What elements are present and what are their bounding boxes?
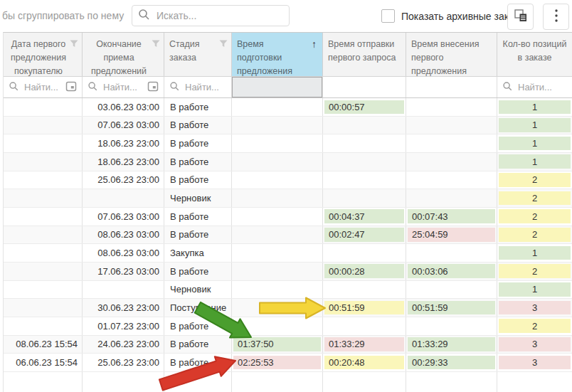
- cell-entry[interactable]: [406, 98, 497, 116]
- cell-stage[interactable]: В работе: [164, 263, 232, 280]
- cell-stage[interactable]: В работе: [164, 226, 232, 244]
- cell-stage[interactable]: В работе: [164, 134, 232, 152]
- cell-prep[interactable]: [232, 171, 323, 189]
- cell-count[interactable]: 1: [497, 117, 572, 134]
- cell-date_first[interactable]: [4, 208, 83, 226]
- column-header-send[interactable]: Время отправки первого запроса: [323, 33, 406, 76]
- search-input[interactable]: [155, 9, 283, 22]
- cell-send[interactable]: 00:00:28: [323, 263, 406, 280]
- cell-count[interactable]: 2: [497, 171, 572, 189]
- cell-count[interactable]: 1: [497, 153, 572, 171]
- cell-count[interactable]: 3: [497, 354, 572, 371]
- column-header-stage[interactable]: Стадия заказа: [164, 33, 232, 76]
- filter-funnel-icon[interactable]: [219, 38, 228, 52]
- cell-count[interactable]: 1: [497, 134, 572, 152]
- show-archive-checkbox[interactable]: [381, 9, 395, 23]
- cell-prep[interactable]: [232, 263, 323, 280]
- calendar-icon[interactable]: [65, 80, 77, 94]
- filter-funnel-icon[interactable]: [152, 38, 160, 52]
- filter-cell-date_first[interactable]: Найти...: [4, 77, 83, 97]
- cell-date_first[interactable]: [4, 134, 83, 152]
- cell-prep[interactable]: [232, 208, 323, 226]
- cell-count[interactable]: 1: [497, 98, 572, 116]
- cell-send[interactable]: [323, 153, 406, 171]
- cell-prep[interactable]: 01:37:50: [232, 336, 323, 354]
- cell-send[interactable]: 00:00:57: [323, 98, 406, 116]
- cell-end[interactable]: 07.06.23 03:00: [83, 208, 164, 226]
- filter-cell-entry[interactable]: [406, 77, 497, 97]
- cell-count[interactable]: 1: [497, 244, 572, 262]
- cell-prep[interactable]: [232, 299, 323, 317]
- cell-stage[interactable]: Закупка: [164, 244, 232, 262]
- cell-entry[interactable]: 01:33:29: [406, 336, 497, 354]
- column-header-entry[interactable]: Время внесения первого предложения поста…: [406, 33, 497, 76]
- more-options-button[interactable]: [543, 4, 569, 30]
- cell-end[interactable]: 07.06.23 03:00: [83, 117, 164, 134]
- cell-entry[interactable]: 00:51:59: [406, 299, 497, 317]
- column-header-prep[interactable]: Время подготовки предложения покупателю↑: [232, 33, 323, 76]
- cell-count[interactable]: 2: [497, 208, 572, 226]
- cell-entry[interactable]: [406, 281, 497, 299]
- cell-date_first[interactable]: 08.06.23 15:54: [4, 336, 83, 354]
- filter-funnel-icon[interactable]: [70, 38, 78, 52]
- cell-prep[interactable]: [232, 98, 323, 116]
- cell-stage[interactable]: В работе: [164, 336, 232, 354]
- cell-entry[interactable]: 00:03:06: [406, 263, 497, 280]
- cell-prep[interactable]: [232, 134, 323, 152]
- cell-date_first[interactable]: [4, 299, 83, 317]
- column-header-end[interactable]: Окончание приема предложений: [83, 33, 164, 76]
- cell-stage[interactable]: В работе: [164, 354, 232, 371]
- cell-send[interactable]: 00:02:47: [323, 226, 406, 244]
- cell-date_first[interactable]: [4, 153, 83, 171]
- filter-cell-prep[interactable]: [232, 77, 323, 97]
- cell-stage[interactable]: В работе: [164, 171, 232, 189]
- cell-send[interactable]: [323, 317, 406, 335]
- cell-end[interactable]: 01.07.23 23:00: [83, 317, 164, 335]
- cell-end[interactable]: [83, 189, 164, 207]
- cell-date_first[interactable]: 06.06.23 15:54: [4, 354, 83, 371]
- cell-entry[interactable]: [406, 171, 497, 189]
- cell-prep[interactable]: [232, 153, 323, 171]
- cell-send[interactable]: [323, 134, 406, 152]
- filter-cell-send[interactable]: [323, 77, 406, 97]
- cell-end[interactable]: 17.06.23 03:00: [83, 263, 164, 280]
- cell-prep[interactable]: [232, 281, 323, 299]
- cell-send[interactable]: 00:20:48: [323, 354, 406, 371]
- cell-send[interactable]: [323, 117, 406, 134]
- column-chooser-button[interactable]: [507, 4, 534, 30]
- cell-date_first[interactable]: [4, 117, 83, 134]
- cell-count[interactable]: 1: [497, 281, 572, 299]
- cell-prep[interactable]: [232, 117, 323, 134]
- cell-entry[interactable]: 25:04:59: [406, 226, 497, 244]
- cell-stage[interactable]: В работе: [164, 98, 232, 116]
- cell-end[interactable]: 18.06.23 23:00: [83, 134, 164, 152]
- cell-send[interactable]: [323, 171, 406, 189]
- cell-stage[interactable]: Черновик: [164, 281, 232, 299]
- filter-cell-stage[interactable]: Найти...: [164, 77, 232, 97]
- cell-date_first[interactable]: [4, 98, 83, 116]
- cell-date_first[interactable]: [4, 281, 83, 299]
- cell-end[interactable]: 08.06.23 03:00: [83, 226, 164, 244]
- cell-prep[interactable]: [232, 226, 323, 244]
- cell-date_first[interactable]: [4, 171, 83, 189]
- cell-entry[interactable]: 00:29:33: [406, 354, 497, 371]
- cell-end[interactable]: 08.06.23 03:00: [83, 244, 164, 262]
- cell-prep[interactable]: [232, 317, 323, 335]
- cell-end[interactable]: [83, 281, 164, 299]
- cell-stage[interactable]: Поступление: [164, 299, 232, 317]
- cell-date_first[interactable]: [4, 189, 83, 207]
- cell-send[interactable]: [323, 281, 406, 299]
- cell-count[interactable]: 3: [497, 336, 572, 354]
- cell-stage[interactable]: В работе: [164, 208, 232, 226]
- cell-stage[interactable]: Черновик: [164, 189, 232, 207]
- cell-end[interactable]: 03.06.23 03:00: [83, 98, 164, 116]
- cell-send[interactable]: [323, 189, 406, 207]
- cell-date_first[interactable]: [4, 263, 83, 280]
- filter-cell-end[interactable]: Найти...: [83, 77, 164, 97]
- cell-send[interactable]: [323, 244, 406, 262]
- cell-stage[interactable]: В работе: [164, 317, 232, 335]
- cell-entry[interactable]: [406, 189, 497, 207]
- cell-entry[interactable]: [406, 244, 497, 262]
- cell-count[interactable]: 2: [497, 226, 572, 244]
- cell-date_first[interactable]: [4, 317, 83, 335]
